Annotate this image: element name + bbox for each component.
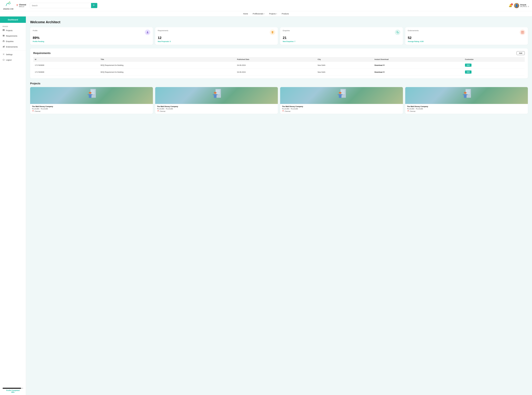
project-city: Chennai [160,110,165,112]
edit-button[interactable]: Edit [465,71,472,74]
add-requirement-button[interactable]: Add [516,51,525,55]
cell-date: 04-06-2024 [235,69,316,76]
cell-download[interactable]: Download ⬇ [373,69,463,76]
stat-card-requirements: Requirements 12 New Proposals: 5 [155,27,278,45]
svg-rect-22 [92,91,93,92]
location-pincode: 600113 [19,6,26,7]
professionals-chevron-icon: ▾ [264,13,264,15]
svg-rect-34 [89,93,91,93]
notification-bell[interactable]: 🔔 6 [509,4,512,7]
col-title: Title [99,57,235,62]
stat-enquiries-icon-circle [395,30,400,35]
download-button[interactable]: Download ⬇ [375,64,462,66]
project-info: The Walt Disney Company ₹2,15,000 – ₹2,1… [155,104,278,114]
cell-city: New Delhi [316,62,373,69]
location-icon: 📍 [407,110,409,112]
svg-rect-6 [3,36,4,36]
requirements-table: Id Title Published Date City Instant Dow… [33,57,525,76]
sidebar-item-requirements[interactable]: Requirements [0,33,26,39]
svg-rect-72 [466,90,467,91]
camera-icon [3,40,5,43]
sidebar-item-settings[interactable]: Settings [0,52,26,57]
project-price: ₹2,15,000 – ₹2,15,000 [407,108,526,110]
svg-rect-8 [3,41,4,42]
project-price: ₹2,15,000 – ₹2,15,000 [32,108,151,110]
sidebar-item-logout[interactable]: Logout [0,57,26,63]
sidebar-item-projects[interactable]: Projects [0,28,26,33]
stat-requirements-icon-circle [270,30,275,35]
user-menu[interactable]: 👤 Deepak BALANCE : 0 [514,3,529,8]
sidebar-item-endorsements[interactable]: Endorsements [0,44,26,49]
svg-rect-75 [466,91,467,92]
project-name: The Walt Disney Company [407,105,526,107]
project-card[interactable]: The Walt Disney Company ₹2,15,000 – ₹2,1… [30,87,153,114]
search-input[interactable] [30,3,91,8]
table-row: 1717493699 BOQ Requirement for Building … [33,69,525,76]
svg-point-1 [9,2,10,3]
svg-rect-19 [92,90,93,91]
search-button[interactable]: 🔍 [91,3,97,8]
nav-professionals[interactable]: Proffesionals ▾ [253,13,264,15]
project-location: 📍 Chennai [32,110,151,112]
nav-projects[interactable]: Projects ▾ [269,13,277,15]
svg-rect-41 [218,91,219,92]
sidebar: Dashboard PAGES Projects Requirements En… [0,16,26,395]
nav-products[interactable]: Products [282,13,289,15]
project-city: Chennai [410,110,415,112]
download-button[interactable]: Download ⬇ [375,71,462,73]
svg-rect-10 [3,47,3,47]
stat-card-enquiries: Enquiries 21 New Enquiries: 7 [280,27,403,45]
main-nav: Home Proffesionals ▾ Projects ▾ Products [0,11,532,16]
cell-download[interactable]: Download ⬇ [373,62,463,69]
svg-rect-52 [214,93,216,93]
project-image [30,87,153,104]
user-info: Deepak BALANCE : 0 [520,4,529,7]
svg-rect-66 [338,94,339,95]
requirements-header: Requirements Add [33,51,525,55]
table-row: 1717493699 BOQ Requirement for Building … [33,62,525,69]
page-title: Welcome Architect [30,20,528,24]
svg-rect-11 [4,46,4,47]
project-city: Chennai [285,110,291,112]
svg-rect-26 [94,93,95,94]
sidebar-section-label: PAGES [0,24,26,28]
main-layout: Dashboard PAGES Projects Requirements En… [0,16,532,395]
svg-rect-3 [3,30,4,31]
stat-endorsements-value: 52 [408,36,525,40]
stat-profile-icon-circle [145,30,150,35]
project-card[interactable]: The Walt Disney Company ₹2,15,000 – ₹2,1… [405,87,528,114]
cell-customize: Edit [463,62,525,69]
dashboard-button[interactable]: Dashboard [0,16,26,23]
svg-rect-36 [216,90,217,91]
sidebar-item-enquiries[interactable]: Enquiries [0,39,26,44]
location-city: Chennai [19,4,26,6]
svg-rect-54 [341,90,342,91]
sidebar-requirements-label: Requirements [6,35,17,37]
user-name: Deepak [520,4,529,6]
svg-point-15 [147,31,148,32]
stat-enquiries-value: 21 [283,36,400,40]
stat-enquiries-sub: New Enquiries: 7 [283,41,400,42]
stat-card-endorsements: Endorsements 52 Average Rating: 4.5/5 [405,27,528,45]
gear-icon [3,53,5,56]
svg-rect-47 [214,94,216,98]
user-balance: BALANCE : 0 [520,6,529,7]
avatar: 👤 [514,3,519,8]
project-price: ₹2,15,000 – ₹2,15,000 [157,108,276,110]
header-right: 🔔 6 👤 Deepak BALANCE : 0 [509,3,529,8]
nav-home[interactable]: Home [243,13,248,15]
project-card[interactable]: The Walt Disney Company ₹2,15,000 – ₹2,1… [280,87,403,114]
svg-rect-12 [4,46,4,47]
project-info: The Walt Disney Company ₹2,15,000 – ₹2,1… [280,104,403,114]
edit-button[interactable]: Edit [465,64,472,67]
stat-requirements-label: Requirements [158,30,168,32]
stat-enquiries-label: Enquiries [283,30,290,32]
sidebar-projects-label: Projects [6,29,13,32]
list-icon [3,35,5,37]
stat-endorsements-sub: Average Rating: 4.5/5 [408,41,525,42]
sidebar-settings-label: Settings [6,54,13,55]
stats-row: Profile 89% Profile Pending Requirements [30,27,528,45]
svg-rect-18 [91,90,92,91]
project-info: The Walt Disney Company ₹2,15,000 – ₹2,1… [30,104,153,114]
project-card[interactable]: The Walt Disney Company ₹2,15,000 – ₹2,1… [155,87,278,114]
